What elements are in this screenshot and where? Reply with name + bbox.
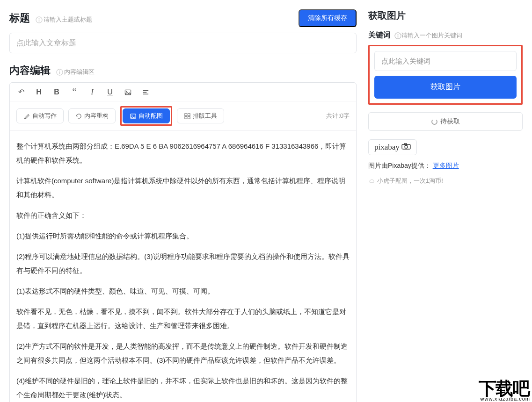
italic-icon[interactable]: I	[87, 88, 97, 96]
auto-image-highlight: 自动配图	[120, 106, 172, 126]
spinner-icon	[431, 119, 437, 125]
cloud-icon	[368, 177, 375, 185]
title-row: 标题 请输入主题或标题 清除所有缓存	[9, 9, 357, 27]
keyword-label-row: 关键词 请输入一个图片关键词	[368, 30, 523, 40]
svg-rect-5	[59, 72, 60, 74]
content-paragraph: (2)生产方式不同的软件是开发，是人类智能的高发挥，而不是传统意义上的硬件制造。…	[16, 339, 350, 367]
undo-icon[interactable]: ↶	[16, 87, 26, 96]
content-edit-label-group: 内容编辑 内容编辑区	[9, 64, 95, 78]
keyword-highlight-box: 获取图片	[368, 45, 523, 105]
content-paragraph: 计算机软件(computer software)是指计算机系统中除硬件以外的所有…	[16, 174, 350, 202]
keyword-hint: 请输入一个图片关键词	[394, 31, 462, 40]
content-paragraph: 软件看不见，无色，枯燥，看不见，摸不到，闻不到。软件大部分存在于人们的头脑或纸上…	[16, 305, 350, 333]
section-title: 标题	[9, 12, 30, 24]
svg-point-18	[398, 34, 399, 35]
auto-image-label: 自动配图	[138, 112, 163, 120]
provider-text: 图片由Pixabay提供：	[368, 162, 431, 169]
content-paragraph: (2)程序可以满意地处理信息的数据结构。(3)说明程序功能要求和程序需要的文档的…	[16, 250, 350, 278]
svg-point-12	[131, 115, 132, 116]
layout-tool-label: 排版工具	[193, 112, 217, 120]
auto-write-label: 自动写作	[32, 112, 57, 120]
title-label-group: 标题 请输入主题或标题	[9, 11, 92, 25]
content-paragraph: 软件的正确含义如下：	[16, 208, 350, 223]
fetch-image-button[interactable]: 获取图片	[374, 76, 517, 99]
pixabay-text: pixabay	[374, 143, 400, 152]
content-paragraph: (1)表达形式不同的硬件类型、颜色、味道、可见、可摸、可闻。	[16, 284, 350, 298]
svg-point-7	[126, 91, 127, 92]
editor-wrapper: ↶ H B “ I U 自动写作	[9, 82, 357, 402]
tip-text: 小虎子配图，一次1淘币!	[377, 177, 443, 185]
action-toolbar: 自动写作 内容重构 自动配图	[10, 101, 356, 131]
content-paragraph: 整个计算机系统由两部分组成：E.69DA 5 E 6 BA 9062616964…	[16, 139, 350, 167]
image-small-icon	[130, 112, 137, 120]
keyword-label: 关键词	[368, 30, 391, 40]
svg-point-21	[405, 145, 408, 148]
title-hint: 请输入主题或标题	[36, 15, 92, 24]
heading-icon[interactable]: H	[34, 88, 44, 96]
svg-point-1	[38, 18, 39, 19]
more-images-link[interactable]: 更多图片	[433, 162, 459, 169]
editor-content[interactable]: 整个计算机系统由两部分组成：E.69DA 5 E 6 BA 9062616964…	[10, 131, 356, 402]
svg-rect-16	[188, 116, 190, 119]
word-count: 共计:0字	[326, 112, 350, 120]
pencil-icon	[23, 112, 30, 120]
auto-image-button[interactable]: 自动配图	[123, 108, 170, 123]
info-icon	[56, 68, 63, 76]
camera-icon	[401, 143, 411, 151]
restructure-button[interactable]: 内容重构	[68, 108, 116, 123]
sidebar: 获取图片 关键词 请输入一个图片关键词 获取图片 待获取 pixabay	[361, 0, 532, 402]
clear-cache-button[interactable]: 清除所有缓存	[299, 9, 357, 27]
tip-line: 小虎子配图，一次1淘币!	[368, 177, 523, 185]
layout-tool-button[interactable]: 排版工具	[177, 108, 224, 123]
main-column: 标题 请输入主题或标题 清除所有缓存 内容编辑 内容编辑区	[0, 0, 361, 402]
svg-rect-19	[398, 35, 399, 37]
auto-write-button[interactable]: 自动写作	[16, 108, 64, 123]
underline-icon[interactable]: U	[105, 88, 115, 96]
svg-rect-6	[125, 90, 131, 95]
info-icon	[394, 31, 401, 39]
pending-label: 待获取	[440, 117, 460, 126]
watermark-main: 下载吧	[479, 379, 529, 398]
sidebar-title: 获取图片	[368, 9, 523, 22]
svg-rect-15	[185, 116, 187, 119]
content-edit-hint-text: 内容编辑区	[64, 68, 95, 76]
format-toolbar: ↶ H B “ I U	[10, 83, 356, 101]
content-paragraph: (4)维护不同的硬件是旧的，理论上软件是旧的，并不坏，但实际上软件也是旧的和坏的…	[16, 374, 350, 402]
grid-icon	[184, 112, 191, 120]
provider-line: 图片由Pixabay提供： 更多图片	[368, 162, 523, 170]
pixabay-logo: pixabay	[368, 139, 417, 155]
align-icon[interactable]	[141, 88, 150, 96]
svg-rect-14	[188, 114, 190, 116]
svg-point-4	[59, 71, 60, 72]
article-title-input[interactable]	[9, 33, 357, 53]
image-icon[interactable]	[123, 88, 132, 96]
info-icon	[36, 16, 43, 23]
content-paragraph: (1)提供运行时所需功能和性能的命令或计算机程序集合。	[16, 229, 350, 243]
keyword-hint-text: 请输入一个图片关键词	[401, 31, 462, 40]
pending-status: 待获取	[368, 112, 523, 131]
refresh-icon	[75, 112, 82, 120]
content-edit-title: 内容编辑	[9, 65, 51, 76]
keyword-input[interactable]	[374, 51, 517, 71]
watermark: 下载吧 www.xiazaiba.com	[479, 380, 532, 402]
watermark-sub: www.xiazaiba.com	[479, 396, 532, 402]
restructure-label: 内容重构	[84, 112, 109, 120]
svg-rect-13	[185, 114, 187, 116]
content-edit-row: 内容编辑 内容编辑区	[9, 64, 357, 78]
content-edit-hint: 内容编辑区	[56, 68, 95, 76]
title-hint-text: 请输入主题或标题	[44, 15, 92, 24]
svg-rect-2	[39, 20, 40, 22]
quote-icon[interactable]: “	[70, 86, 79, 97]
bold-icon[interactable]: B	[52, 88, 61, 96]
